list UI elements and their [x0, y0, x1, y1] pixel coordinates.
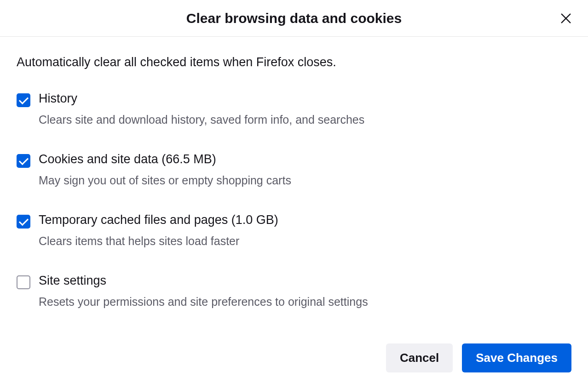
option-description-history: Clears site and download history, saved … — [39, 113, 571, 126]
option-site-settings: Site settings Resets your permissions an… — [17, 274, 571, 309]
option-cookies: Cookies and site data (66.5 MB) May sign… — [17, 152, 571, 187]
checkbox-site-settings[interactable] — [17, 275, 30, 289]
option-label-site-settings[interactable]: Site settings — [39, 274, 571, 288]
checkbox-history[interactable] — [17, 93, 30, 107]
close-icon — [559, 12, 572, 25]
option-cache: Temporary cached files and pages (1.0 GB… — [17, 213, 571, 248]
close-button[interactable] — [557, 9, 575, 28]
intro-text: Automatically clear all checked items wh… — [17, 55, 571, 69]
dialog-body: Automatically clear all checked items wh… — [0, 37, 588, 343]
cancel-button[interactable]: Cancel — [386, 343, 453, 372]
checkbox-cache[interactable] — [17, 215, 30, 229]
dialog-footer: Cancel Save Changes — [0, 343, 588, 383]
option-history: History Clears site and download history… — [17, 92, 571, 126]
save-changes-button[interactable]: Save Changes — [462, 343, 571, 372]
option-label-history[interactable]: History — [39, 92, 571, 106]
option-label-cache[interactable]: Temporary cached files and pages (1.0 GB… — [39, 213, 571, 227]
option-description-site-settings: Resets your permissions and site prefere… — [39, 295, 571, 309]
dialog-header: Clear browsing data and cookies — [0, 0, 588, 37]
option-description-cookies: May sign you out of sites or empty shopp… — [39, 174, 571, 187]
dialog-title: Clear browsing data and cookies — [186, 11, 402, 26]
option-description-cache: Clears items that helps sites load faste… — [39, 235, 571, 248]
checkbox-cookies[interactable] — [17, 154, 30, 168]
option-label-cookies[interactable]: Cookies and site data (66.5 MB) — [39, 152, 571, 166]
